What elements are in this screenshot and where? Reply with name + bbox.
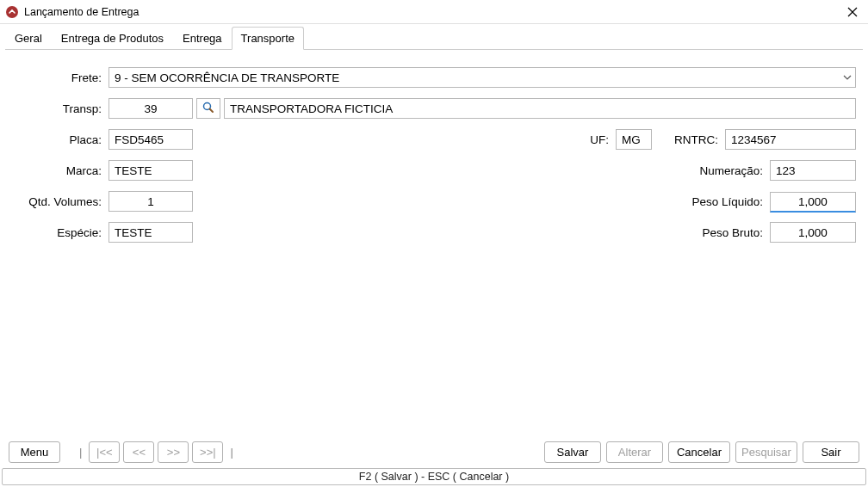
tab-strip: Geral Entrega de Produtos Entrega Transp… xyxy=(5,26,863,50)
alterar-button[interactable]: Alterar xyxy=(606,441,663,463)
app-icon xyxy=(5,5,19,19)
marca-input[interactable] xyxy=(108,160,193,181)
qtd-volumes-label: Qtd. Volumes: xyxy=(12,195,108,208)
menu-button[interactable]: Menu xyxy=(9,441,60,463)
peso-liquido-label: Peso Líquido: xyxy=(691,195,770,208)
placa-input[interactable] xyxy=(108,129,193,150)
search-icon xyxy=(202,101,215,117)
peso-bruto-label: Peso Bruto: xyxy=(702,226,770,239)
nav-prev-button[interactable]: << xyxy=(123,441,154,463)
nav-next-button[interactable]: >> xyxy=(158,441,189,463)
tab-entrega-produtos[interactable]: Entrega de Produtos xyxy=(52,27,173,50)
tab-geral[interactable]: Geral xyxy=(5,27,52,50)
frete-label: Frete: xyxy=(12,71,108,84)
footer-bar: Menu | |<< << >> >>| | Salvar Alterar Ca… xyxy=(2,436,866,468)
pesquisar-button[interactable]: Pesquisar xyxy=(735,441,797,463)
window-body: Geral Entrega de Produtos Entrega Transp… xyxy=(0,24,868,468)
form-area: Frete: 9 - SEM OCORRÊNCIA DE TRANSPORTE … xyxy=(2,50,866,436)
nav-last-button[interactable]: >>| xyxy=(192,441,223,463)
chevron-down-icon xyxy=(840,75,855,80)
nav-first-button[interactable]: |<< xyxy=(89,441,120,463)
titlebar-title: Lançamento de Entrega xyxy=(24,6,139,18)
uf-label: UF: xyxy=(590,133,616,146)
svg-line-2 xyxy=(210,108,214,112)
statusbar-text: F2 ( Salvar ) - ESC ( Cancelar ) xyxy=(359,471,509,483)
tab-entrega[interactable]: Entrega xyxy=(173,27,232,50)
marca-label: Marca: xyxy=(12,164,108,177)
qtd-volumes-input[interactable] xyxy=(108,191,193,212)
frete-select[interactable]: 9 - SEM OCORRÊNCIA DE TRANSPORTE xyxy=(108,67,856,88)
especie-label: Espécie: xyxy=(12,226,108,239)
svg-point-0 xyxy=(6,6,18,18)
statusbar: F2 ( Salvar ) - ESC ( Cancelar ) xyxy=(2,468,866,485)
cancelar-button[interactable]: Cancelar xyxy=(668,441,730,463)
rntrc-label: RNTRC: xyxy=(674,133,725,146)
transp-code-input[interactable] xyxy=(108,98,193,119)
nav-group: | |<< << >> >>| | xyxy=(76,441,237,463)
rntrc-input[interactable] xyxy=(725,129,856,150)
transp-name-input[interactable] xyxy=(224,98,856,119)
peso-liquido-input[interactable] xyxy=(770,192,856,213)
numeracao-input[interactable] xyxy=(770,160,856,181)
sair-button[interactable]: Sair xyxy=(803,441,859,463)
tab-transporte[interactable]: Transporte xyxy=(232,27,304,50)
transp-label: Transp: xyxy=(12,102,108,115)
especie-input[interactable] xyxy=(108,222,193,243)
uf-input[interactable] xyxy=(616,129,652,150)
close-button[interactable] xyxy=(842,2,863,22)
frete-value: 9 - SEM OCORRÊNCIA DE TRANSPORTE xyxy=(115,71,840,84)
titlebar: Lançamento de Entrega xyxy=(0,0,868,24)
peso-bruto-input[interactable] xyxy=(770,222,856,243)
placa-label: Placa: xyxy=(12,133,108,146)
numeracao-label: Numeração: xyxy=(699,164,770,177)
salvar-button[interactable]: Salvar xyxy=(544,441,601,463)
transp-search-button[interactable] xyxy=(196,98,220,119)
